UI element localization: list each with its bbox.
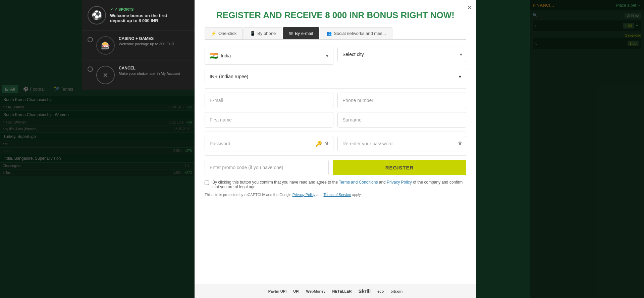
name-row [205,112,466,128]
close-button[interactable]: × [467,4,472,11]
eye-icon-2[interactable]: 👁 [458,141,463,147]
password-field[interactable]: 🔑 👁 [205,136,333,151]
webmoney-logo: WebMoney [306,289,326,293]
register-button[interactable]: REGISTER [333,160,466,175]
country-select[interactable]: 🇮🇳 India ▾ [205,47,333,65]
reenter-password-input[interactable] [337,136,466,151]
city-select[interactable]: Select city [337,47,466,62]
cancel-icon: ✕ [96,66,115,84]
casino-games-option[interactable]: 🎰 CASINO + GAMES Welcome package up to 3… [82,31,195,60]
tab-social[interactable]: 👥 Social networks and mes... [320,27,392,39]
upi-logo: UPI [293,289,299,293]
promo-field[interactable] [205,160,329,175]
terms-row: By clicking this button you confirm that… [205,180,466,189]
eco-logo: eco [377,289,384,293]
reenter-password-icons: 👁 [458,141,463,147]
city-select-wrap[interactable]: Select city ▾ [337,47,466,62]
recaptcha-privacy-link[interactable]: Privacy Policy [292,193,315,197]
payment-logos-footer: Paytm UPI UPI WebMoney NETELLER Skrill e… [195,284,476,298]
email-input[interactable] [205,93,333,108]
chevron-down-icon: ▾ [459,74,461,79]
country-city-row: 🇮🇳 India ▾ Select city ▾ [205,47,466,65]
promo-input[interactable] [205,160,329,175]
terms-text: By clicking this button you confirm that… [212,180,466,189]
phone-icon: 📱 [250,31,255,36]
currency-select-wrap[interactable]: INR (Indian rupee) ▾ [205,69,466,84]
register-modal: × REGISTER AND RECEIVE 8 000 INR BONUS R… [195,0,476,298]
register-title: REGISTER AND RECEIVE 8 000 INR BONUS RIG… [205,10,466,20]
surname-field[interactable] [337,112,466,128]
eye-icon[interactable]: 👁 [325,141,330,147]
bitcoin-logo: bitcoin [390,289,402,293]
country-select-btn[interactable]: 🇮🇳 India ▾ [205,47,333,65]
terms-checkbox[interactable] [205,181,209,185]
cancel-radio[interactable] [88,66,93,72]
bonus-header: ⚽ ✓ ✓ SPORTS Welcome bonus on the first … [82,0,195,31]
first-name-field[interactable] [205,112,333,128]
cancel-option[interactable]: ✕ CANCEL Make your choice later in My Ac… [82,60,195,90]
recaptcha-text: This site is protected by reCAPTCHA and … [205,193,466,197]
india-flag: 🇮🇳 [210,52,218,60]
email-field[interactable] [205,93,333,108]
tab-by-email[interactable]: ✉ By e-mail [283,27,319,39]
first-name-input[interactable] [205,112,333,128]
form-divider-3 [205,155,466,156]
cancel-option-text: CANCEL Make your choice later in My Acco… [119,66,180,76]
neteller-logo: NETELLER [332,289,352,293]
check-icon: ✓ [110,7,113,12]
promo-register-row: REGISTER [205,160,466,175]
register-tabs: ⚡ One-click 📱 By phone ✉ By e-mail 👥 Soc… [205,27,466,40]
tab-one-click[interactable]: ⚡ One-click [205,27,243,39]
email-phone-row [205,93,466,108]
currency-row: INR (Indian rupee) ▾ [205,69,466,84]
password-input[interactable] [205,136,333,151]
phone-field[interactable] [337,93,466,108]
social-icon: 👥 [326,31,332,36]
bonus-header-text: ✓ ✓ SPORTS Welcome bonus on the first de… [110,7,167,23]
phone-input[interactable] [337,93,466,108]
casino-radio[interactable] [88,37,93,42]
reenter-password-field[interactable]: 👁 [337,136,466,151]
password-row: 🔑 👁 👁 [205,136,466,151]
recaptcha-terms-link[interactable]: Terms of Service [323,193,351,197]
password-icons: 🔑 👁 [315,141,330,147]
lightning-icon: ⚡ [211,31,216,36]
terms-conditions-link[interactable]: Terms and Conditions [339,180,378,185]
country-name: India [221,53,323,58]
surname-input[interactable] [337,112,466,128]
paytm-logo: Paytm UPI [268,289,286,293]
currency-label: INR (Indian rupee) [210,74,248,79]
form-divider-2 [205,132,466,132]
casino-option-text: CASINO + GAMES Welcome package up to 300… [119,36,174,46]
city-field[interactable]: Select city ▾ [337,47,466,65]
chevron-down-icon: ▾ [326,53,328,58]
privacy-policy-link[interactable]: Privacy Policy [387,180,412,185]
form-divider-1 [205,88,466,89]
bonus-selection-panel: ⚽ ✓ ✓ SPORTS Welcome bonus on the first … [82,0,195,90]
skrill-logo: Skrill [358,288,371,294]
currency-select-btn[interactable]: INR (Indian rupee) ▾ [205,69,466,84]
tab-by-phone[interactable]: 📱 By phone [244,27,282,39]
sports-bonus-icon: ⚽ [88,6,106,24]
bonus-header-title: Welcome bonus on the first deposit up to… [110,13,167,23]
email-icon: ✉ [289,31,293,36]
key-icon: 🔑 [315,141,322,147]
casino-icon: 🎰 [96,36,115,55]
bonus-tag: ✓ ✓ SPORTS [110,7,167,12]
currency-field[interactable]: INR (Indian rupee) ▾ [205,69,466,84]
